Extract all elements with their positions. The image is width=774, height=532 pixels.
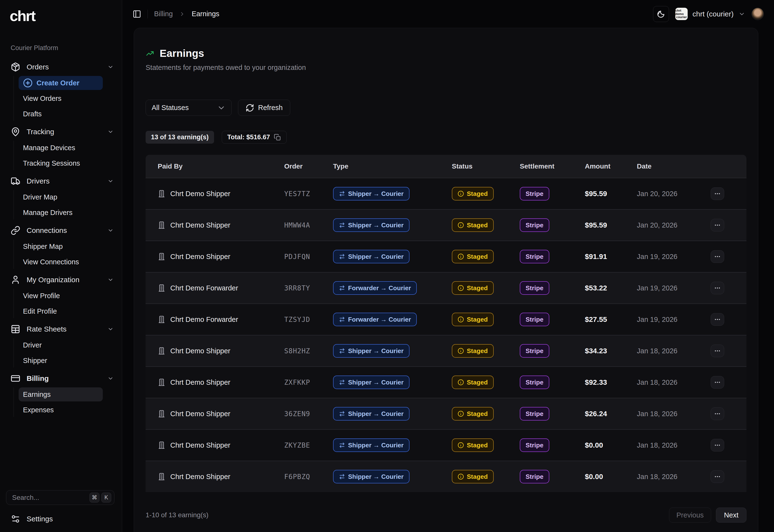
sidebar-section-billing[interactable]: Billing (11, 371, 117, 385)
sidebar-item-earnings[interactable]: Earnings (19, 387, 103, 401)
building-icon (158, 441, 165, 449)
sidebar-section-label: Rate Sheets (27, 325, 67, 333)
earnings-card: Earnings Statements for payments owed to… (134, 28, 758, 532)
sidebar-section-tracking[interactable]: Tracking (11, 125, 117, 139)
user-avatar[interactable] (752, 8, 764, 20)
count-badge: 13 of 13 earning(s) (146, 131, 214, 144)
date-value: Jan 18, 2026 (637, 378, 711, 386)
platform-label: Courier Platform (11, 44, 122, 52)
sidebar-section-drivers[interactable]: Drivers (11, 174, 117, 188)
sidebar-item-driver-map[interactable]: Driver Map (19, 190, 103, 204)
sidebar-item-label: Manage Devices (23, 144, 75, 152)
paid-by-cell: Chrt Demo Shipper (146, 347, 284, 355)
row-actions-button[interactable] (711, 345, 724, 357)
previous-button[interactable]: Previous (669, 508, 711, 523)
sidebar-nav: OrdersCreate OrderView OrdersDraftsTrack… (11, 60, 117, 417)
type-badge: Shipper → Courier (333, 376, 409, 389)
sidebar-item-expenses[interactable]: Expenses (19, 403, 103, 417)
amount-value: $92.33 (585, 378, 637, 386)
sidebar-item-shipper[interactable]: Shipper (19, 354, 103, 368)
sidebar-item-settings[interactable]: Settings (11, 514, 53, 524)
row-actions-button[interactable] (711, 407, 724, 420)
arrows-right-left-icon (339, 348, 345, 354)
sidebar-section-label: My Organization (27, 276, 79, 284)
settlement-badge: Stripe (520, 407, 549, 421)
table-row: Chrt Demo ShipperPDJFQNShipper → Courier… (146, 241, 746, 272)
amount-value: $91.91 (585, 252, 637, 261)
column-header-status: Status (452, 163, 520, 170)
sidebar-item-edit-profile[interactable]: Edit Profile (19, 304, 103, 318)
chevron-down-icon (738, 11, 745, 17)
paid-by-cell: Chrt Demo Shipper (146, 221, 284, 229)
row-actions-button[interactable] (711, 282, 724, 294)
type-label: Shipper → Courier (348, 347, 404, 355)
sidebar-subitems-orders: Create OrderView OrdersDrafts (14, 76, 117, 121)
sidebar-item-view-profile[interactable]: View Profile (19, 289, 103, 303)
paid-by-cell: Chrt Demo Forwarder (146, 284, 284, 292)
org-switcher[interactable]: chrt demo courier chrt (courier) (675, 8, 745, 20)
amount-value: $53.22 (585, 284, 637, 292)
row-actions-button[interactable] (711, 376, 724, 389)
sidebar-item-view-orders[interactable]: View Orders (19, 91, 103, 105)
sidebar-section-orders[interactable]: Orders (11, 60, 117, 74)
type-label: Shipper → Courier (348, 410, 404, 418)
sidebar-toggle-button[interactable] (133, 10, 141, 18)
status-badge: Staged (452, 250, 494, 263)
refresh-button[interactable]: Refresh (238, 100, 290, 116)
sliders-icon (11, 514, 20, 524)
type-label: Shipper → Courier (348, 379, 404, 386)
command-key-badge: ⌘ (89, 493, 99, 502)
page-header: Earnings (146, 47, 746, 59)
order-code: TZSYJD (284, 316, 333, 324)
arrows-right-left-icon (339, 222, 345, 228)
row-actions-button[interactable] (711, 439, 724, 451)
sidebar-item-driver[interactable]: Driver (19, 338, 103, 352)
settlement-label: Stripe (526, 410, 543, 418)
sidebar-item-label: Driver (23, 341, 42, 349)
row-actions-button[interactable] (711, 219, 724, 231)
amount-value: $27.55 (585, 315, 637, 324)
ellipsis-icon (714, 285, 721, 291)
status-label: Staged (467, 316, 488, 323)
sidebar-item-shipper-map[interactable]: Shipper Map (19, 239, 103, 253)
arrows-right-left-icon (339, 379, 345, 385)
theme-toggle-button[interactable] (653, 6, 669, 22)
sidebar-section-label: Drivers (27, 177, 50, 185)
row-actions-button[interactable] (711, 250, 724, 263)
copy-icon[interactable] (274, 134, 281, 141)
arrows-right-left-icon (339, 316, 345, 323)
sidebar-item-manage-drivers[interactable]: Manage Drivers (19, 206, 103, 220)
date-value: Jan 19, 2026 (637, 316, 711, 324)
info-circle-icon (458, 411, 464, 417)
sidebar-section-rate-sheets[interactable]: Rate Sheets (11, 322, 117, 336)
sidebar-section-label: Orders (27, 63, 49, 71)
info-circle-icon (458, 442, 464, 448)
row-actions-button[interactable] (711, 470, 724, 483)
map-pin-icon (11, 127, 20, 137)
next-button[interactable]: Next (716, 508, 746, 523)
sidebar-item-view-connections[interactable]: View Connections (19, 255, 103, 269)
chevron-down-icon (107, 375, 114, 382)
settlement-badge: Stripe (520, 376, 549, 389)
table-body: Chrt Demo ShipperYES7TZShipper → Courier… (146, 178, 746, 492)
sidebar-item-manage-devices[interactable]: Manage Devices (19, 141, 103, 155)
breadcrumb-section[interactable]: Billing (154, 10, 173, 18)
row-actions-button[interactable] (711, 313, 724, 326)
search-input[interactable]: Search... ⌘ K (6, 490, 114, 505)
sidebar-subitems-tracking: Manage DevicesTracking Sessions (14, 141, 117, 170)
sidebar-section-my-organization[interactable]: My Organization (11, 273, 117, 287)
table-row: Chrt Demo ShipperS8H2HZShipper → Courier… (146, 335, 746, 366)
sidebar-item-drafts[interactable]: Drafts (19, 107, 103, 121)
status-filter-select[interactable]: All Statuses (146, 100, 232, 116)
paid-by-name: Chrt Demo Shipper (170, 378, 230, 386)
brand-logo: chrt (10, 7, 122, 24)
sidebar-section-connections[interactable]: Connections (11, 223, 117, 237)
sidebar-item-create-order[interactable]: Create Order (19, 76, 103, 90)
status-filter-value: All Statuses (152, 104, 189, 112)
sidebar-item-label: Create Order (37, 79, 79, 87)
row-actions-button[interactable] (711, 187, 724, 200)
building-icon (158, 253, 165, 260)
chevron-down-icon (107, 129, 114, 135)
settlement-label: Stripe (526, 316, 543, 323)
sidebar-item-tracking-sessions[interactable]: Tracking Sessions (19, 156, 103, 170)
